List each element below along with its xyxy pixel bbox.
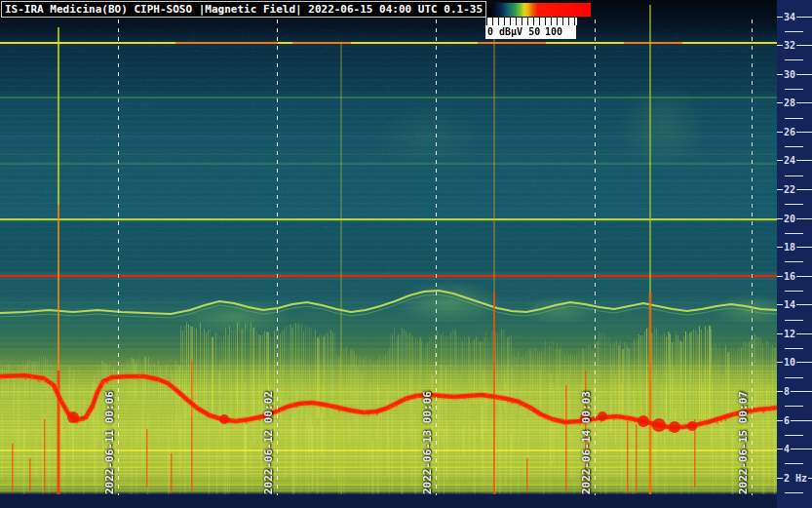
freq-minor-tick (785, 377, 803, 378)
freq-tick-label: 6 (783, 415, 791, 426)
timestamp-label: 2022-06-14 00:03 (580, 391, 593, 494)
timestamp-label: 2022-06-11 00:06 (103, 391, 116, 494)
freq-tick-20: 20 (777, 214, 812, 224)
midnight-gridline (118, 20, 119, 495)
freq-minor-tick (785, 176, 803, 176)
freq-minor-tick (785, 59, 803, 60)
freq-minor-tick (785, 233, 803, 234)
freq-tick-4: 4 (777, 444, 812, 454)
midnight-gridline (436, 20, 437, 495)
color-scale-gradient (487, 2, 592, 18)
tick-mark (791, 391, 812, 392)
freq-tick-label: 22 (783, 184, 796, 195)
freq-tick-label: 24 (783, 155, 796, 166)
tick-mark (796, 304, 812, 305)
tick-mark (796, 45, 812, 46)
freq-tick-10: 10 (777, 357, 812, 368)
freq-tick-label: 26 (783, 127, 796, 137)
freq-minor-tick (785, 204, 803, 205)
scale-label-right: 100 (545, 25, 562, 39)
tick-mark (796, 102, 812, 103)
freq-minor-tick (785, 406, 803, 407)
color-scale-labels: 0 dBµV 50 100 (485, 25, 576, 39)
freq-tick-28: 28 (777, 98, 812, 108)
freq-tick-label: 8 (783, 386, 791, 397)
tick-mark (791, 420, 812, 421)
tick-mark (796, 218, 812, 219)
freq-tick-label: 28 (783, 98, 796, 108)
freq-tick-24: 24 (777, 155, 812, 166)
freq-minor-tick (785, 291, 803, 292)
freq-minor-tick (785, 118, 803, 119)
freq-tick-label: 12 (783, 329, 796, 339)
freq-minor-tick (785, 261, 803, 262)
timestamp-label: 2022-06-13 00:06 (421, 391, 434, 494)
freq-tick-34: 34 (777, 12, 812, 22)
freq-tick-16: 16 (777, 271, 812, 282)
freq-tick-2: 2 Hz (777, 473, 812, 484)
midnight-gridline (595, 20, 596, 495)
spectrogram-monitor-window: IS-IRA Medicina(BO) CIPH-SOSO |Magnetic … (0, 0, 812, 508)
tick-mark (796, 74, 812, 75)
freq-minor-tick (785, 348, 803, 349)
freq-minor-tick (785, 89, 803, 90)
tick-mark (796, 160, 812, 161)
midnight-gridline (277, 20, 278, 495)
freq-tick-label: 10 (783, 357, 796, 368)
midnight-gridline (752, 20, 753, 495)
freq-tick-6: 6 (777, 415, 812, 426)
freq-tick-label: 20 (783, 214, 796, 224)
freq-tick-label: 4 (783, 444, 791, 454)
freq-minor-tick (785, 146, 803, 147)
scale-label-left: 0 dBµV 50 (487, 25, 540, 39)
freq-tick-12: 12 (777, 329, 812, 339)
tick-mark (796, 247, 812, 248)
freq-tick-30: 30 (777, 69, 812, 80)
freq-tick-label: 18 (783, 242, 796, 253)
freq-tick-label: 16 (783, 271, 796, 282)
tick-mark (796, 132, 812, 133)
title-text: IS-IRA Medicina(BO) CIPH-SOSO |Magnetic … (5, 3, 483, 16)
tick-mark (791, 449, 812, 449)
freq-tick-22: 22 (777, 184, 812, 195)
timestamp-label: 2022-06-15 00:07 (737, 391, 750, 494)
tick-mark (796, 17, 812, 18)
freq-tick-label: 32 (783, 40, 796, 51)
timestamp-label: 2022-06-12 00:02 (262, 391, 275, 494)
tick-mark (808, 478, 812, 479)
freq-minor-tick (785, 31, 803, 32)
title-bar: IS-IRA Medicina(BO) CIPH-SOSO |Magnetic … (1, 1, 486, 18)
tick-mark (796, 276, 812, 277)
tick-mark (796, 333, 812, 334)
color-scale-ruler (485, 18, 577, 25)
freq-tick-8: 8 (777, 386, 812, 397)
freq-tick-label: 14 (783, 299, 796, 310)
freq-tick-label: 2 Hz (783, 473, 808, 484)
freq-tick-18: 18 (777, 242, 812, 253)
freq-tick-26: 26 (777, 127, 812, 137)
freq-minor-tick (785, 492, 803, 493)
tick-mark (796, 189, 812, 190)
freq-tick-32: 32 (777, 40, 812, 51)
freq-tick-label: 34 (783, 12, 796, 22)
freq-minor-tick (785, 320, 803, 321)
spectrogram-plot (0, 0, 812, 508)
freq-tick-14: 14 (777, 299, 812, 310)
freq-minor-tick (785, 435, 803, 436)
freq-tick-label: 30 (783, 69, 796, 80)
tick-mark (796, 362, 812, 363)
freq-minor-tick (785, 463, 803, 464)
frequency-axis: 343230282624222018161412108642 Hz (777, 0, 812, 508)
